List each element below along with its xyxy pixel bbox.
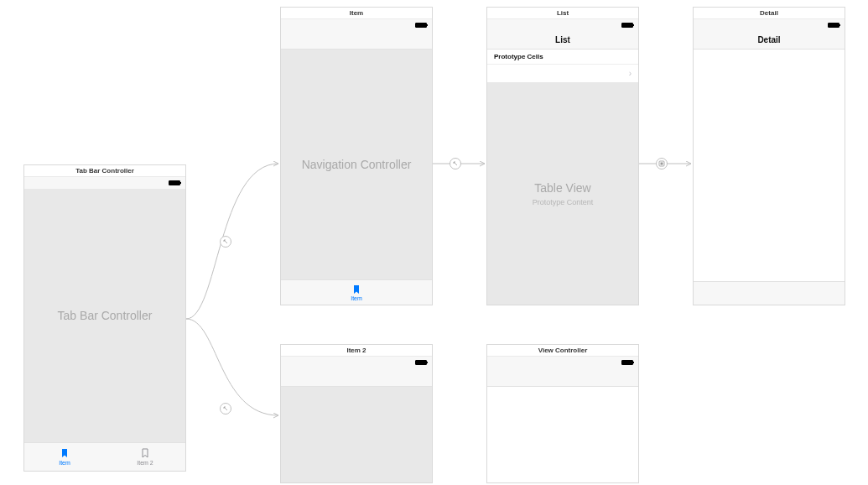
status-bar bbox=[24, 177, 185, 189]
tab-label: Item bbox=[351, 295, 362, 301]
prototype-cells-header: Prototype Cells bbox=[487, 50, 638, 64]
table-view-body: Table View Prototype Content bbox=[487, 82, 638, 305]
scene-tab-bar-controller[interactable]: Tab Bar Controller Tab Bar Controller It… bbox=[23, 164, 186, 472]
status-bar bbox=[281, 19, 432, 31]
scene-title: Detail bbox=[694, 8, 845, 19]
prototype-cell[interactable]: › bbox=[487, 64, 638, 82]
scene-item-2[interactable]: Item 2 bbox=[280, 344, 433, 483]
toolbar bbox=[694, 281, 845, 305]
show-segue-badge[interactable] bbox=[656, 158, 668, 169]
nav-title: Detail bbox=[757, 35, 780, 44]
scene-content: Navigation Controller bbox=[281, 50, 432, 279]
relationship-badge[interactable] bbox=[220, 403, 231, 415]
relationship-badge[interactable] bbox=[220, 236, 231, 248]
battery-icon bbox=[415, 360, 427, 365]
nav-bar bbox=[487, 368, 638, 387]
status-bar bbox=[281, 357, 432, 368]
nav-bar: Detail bbox=[694, 31, 845, 50]
tab-bar: Item Item 2 bbox=[24, 442, 185, 471]
scene-detail[interactable]: Detail Detail bbox=[693, 7, 845, 305]
chevron-right-icon: › bbox=[629, 69, 632, 78]
scene-title: Tab Bar Controller bbox=[24, 165, 185, 177]
placeholder-label: Tab Bar Controller bbox=[58, 309, 153, 322]
nav-bar: List bbox=[487, 31, 638, 50]
battery-icon bbox=[621, 23, 633, 28]
scene-title: Item bbox=[281, 8, 432, 19]
bookmark-icon bbox=[352, 284, 361, 295]
scene-content bbox=[694, 50, 845, 281]
scene-title: View Controller bbox=[487, 345, 638, 357]
status-bar bbox=[694, 19, 845, 31]
tab-item[interactable]: Item bbox=[24, 443, 105, 471]
scene-title: Item 2 bbox=[281, 345, 432, 357]
tab-bar: Item bbox=[281, 279, 432, 305]
scene-list[interactable]: List List Prototype Cells › Table View P… bbox=[486, 7, 639, 305]
nav-bar bbox=[281, 31, 432, 50]
placeholder-label: Table View bbox=[534, 181, 590, 195]
nav-title: List bbox=[555, 35, 570, 44]
battery-icon bbox=[169, 180, 180, 185]
battery-icon bbox=[828, 23, 839, 28]
battery-icon bbox=[415, 23, 427, 28]
bookmark-icon bbox=[141, 448, 149, 458]
tab-label: Item bbox=[59, 460, 70, 466]
scene-content bbox=[487, 387, 638, 482]
scene-item-navigation[interactable]: Item Navigation Controller Item bbox=[280, 7, 433, 305]
scene-content: Tab Bar Controller bbox=[24, 189, 185, 442]
scene-title: List bbox=[487, 8, 638, 19]
nav-bar bbox=[281, 368, 432, 387]
status-bar bbox=[487, 357, 638, 368]
svg-rect-1 bbox=[661, 163, 663, 165]
placeholder-label: Navigation Controller bbox=[302, 158, 412, 171]
battery-icon bbox=[621, 360, 633, 365]
scene-view-controller[interactable]: View Controller bbox=[486, 344, 639, 483]
placeholder-sublabel: Prototype Content bbox=[533, 198, 594, 206]
status-bar bbox=[487, 19, 638, 31]
tab-item-2[interactable]: Item 2 bbox=[105, 443, 185, 471]
scene-content bbox=[281, 387, 432, 482]
tab-label: Item 2 bbox=[137, 460, 153, 466]
relationship-badge[interactable] bbox=[450, 158, 461, 169]
bookmark-icon bbox=[60, 448, 69, 458]
storyboard-canvas[interactable]: Tab Bar Controller Tab Bar Controller It… bbox=[0, 0, 868, 485]
